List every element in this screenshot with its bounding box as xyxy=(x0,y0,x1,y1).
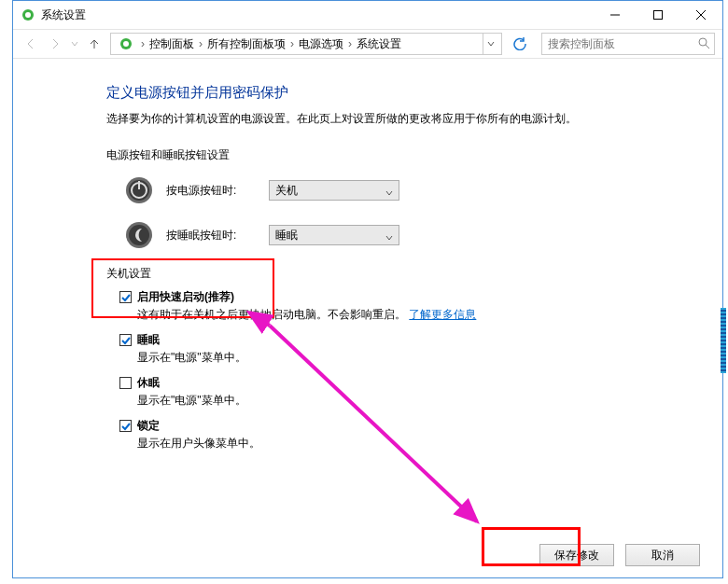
svg-point-9 xyxy=(699,38,707,46)
sleep-button-dropdown[interactable]: 睡眠 xyxy=(269,225,399,245)
search-input[interactable] xyxy=(541,33,715,55)
section-header-power-sleep: 电源按钮和睡眠按钮设置 xyxy=(106,147,676,163)
breadcrumb-item[interactable]: 系统设置 xyxy=(356,36,402,52)
power-button-label: 按电源按钮时: xyxy=(166,183,269,199)
learn-more-link[interactable]: 了解更多信息 xyxy=(409,308,476,321)
app-icon xyxy=(21,7,35,22)
sleep-button-label: 按睡眠按钮时: xyxy=(166,228,269,243)
footer-buttons: 保存修改 取消 xyxy=(539,544,700,566)
fast-startup-checkbox[interactable] xyxy=(119,291,132,303)
svg-rect-3 xyxy=(654,11,663,20)
nav-up-button[interactable] xyxy=(86,35,103,52)
chevron-down-icon xyxy=(385,231,393,244)
titlebar: 系统设置 xyxy=(13,1,722,29)
system-settings-window: 系统设置 › 控制面板 › 所有控制面板项 xyxy=(12,0,723,578)
sleep-icon xyxy=(125,221,153,249)
chevron-right-icon: › xyxy=(287,37,298,50)
minimize-button[interactable] xyxy=(594,1,637,29)
hibernate-option-label: 休眠 xyxy=(137,375,160,391)
sleep-checkbox[interactable] xyxy=(119,334,132,346)
navbar: › 控制面板 › 所有控制面板项 › 电源选项 › 系统设置 xyxy=(13,29,722,59)
hibernate-option-sub: 显示在"电源"菜单中。 xyxy=(137,393,676,409)
power-icon xyxy=(125,176,153,204)
lock-checkbox[interactable] xyxy=(119,420,132,432)
chevron-right-icon: › xyxy=(344,37,356,50)
maximize-button[interactable] xyxy=(637,1,679,29)
content-area: 定义电源按钮并启用密码保护 选择要为你的计算机设置的电源设置。在此页上对设置所做… xyxy=(13,60,722,577)
sleep-button-row: 按睡眠按钮时: 睡眠 xyxy=(125,221,676,249)
power-button-value: 关机 xyxy=(275,183,298,199)
refresh-button[interactable] xyxy=(510,34,530,54)
lock-option-sub: 显示在用户头像菜单中。 xyxy=(137,436,676,452)
section-header-shutdown: 关机设置 xyxy=(106,266,676,282)
sleep-option-label: 睡眠 xyxy=(137,332,160,348)
sleep-option-sub: 显示在"电源"菜单中。 xyxy=(137,350,676,366)
fast-startup-sub: 这有助于在关机之后更快地启动电脑。不会影响重启。 了解更多信息 xyxy=(137,307,676,323)
breadcrumb-item[interactable]: 控制面板 xyxy=(148,36,195,52)
fast-startup-label: 启用快速启动(推荐) xyxy=(137,289,234,305)
address-bar[interactable]: › 控制面板 › 所有控制面板项 › 电源选项 › 系统设置 xyxy=(110,33,502,55)
chevron-right-icon: › xyxy=(137,37,148,50)
lock-option: 锁定 显示在用户头像菜单中。 xyxy=(119,418,676,452)
scrollbar-indicator xyxy=(721,308,726,373)
cancel-button[interactable]: 取消 xyxy=(625,544,700,566)
breadcrumb-item[interactable]: 所有控制面板项 xyxy=(206,36,287,52)
close-button[interactable] xyxy=(679,1,722,29)
control-panel-icon xyxy=(119,36,133,51)
search-icon xyxy=(697,36,710,52)
window-controls xyxy=(594,1,722,29)
address-dropdown-button[interactable] xyxy=(483,34,497,54)
nav-forward-button[interactable] xyxy=(45,34,65,54)
sleep-option: 睡眠 显示在"电源"菜单中。 xyxy=(119,332,676,366)
hibernate-checkbox[interactable] xyxy=(119,377,132,389)
chevron-down-icon xyxy=(385,187,393,200)
power-button-row: 按电源按钮时: 关机 xyxy=(125,176,676,204)
svg-point-1 xyxy=(25,12,31,18)
page-description: 选择要为你的计算机设置的电源设置。在此页上对设置所做的更改将应用于你所有的电源计… xyxy=(106,111,676,127)
chevron-right-icon: › xyxy=(195,37,206,50)
lock-option-label: 锁定 xyxy=(137,418,160,434)
breadcrumb-item[interactable]: 电源选项 xyxy=(298,36,344,52)
search-box[interactable] xyxy=(541,33,715,55)
svg-point-16 xyxy=(129,225,149,245)
save-button[interactable]: 保存修改 xyxy=(539,544,614,566)
window-title: 系统设置 xyxy=(41,7,86,23)
breadcrumb: 控制面板 › 所有控制面板项 › 电源选项 › 系统设置 xyxy=(148,36,402,52)
power-button-dropdown[interactable]: 关机 xyxy=(269,180,399,201)
fast-startup-option: 启用快速启动(推荐) 这有助于在关机之后更快地启动电脑。不会影响重启。 了解更多… xyxy=(119,289,676,323)
hibernate-option: 休眠 显示在"电源"菜单中。 xyxy=(119,375,676,409)
nav-back-button[interactable] xyxy=(21,34,41,54)
svg-line-10 xyxy=(706,45,709,49)
sleep-button-value: 睡眠 xyxy=(275,228,298,243)
page-title: 定义电源按钮并启用密码保护 xyxy=(106,84,676,102)
svg-point-8 xyxy=(123,41,129,47)
nav-recent-button[interactable] xyxy=(69,34,80,54)
